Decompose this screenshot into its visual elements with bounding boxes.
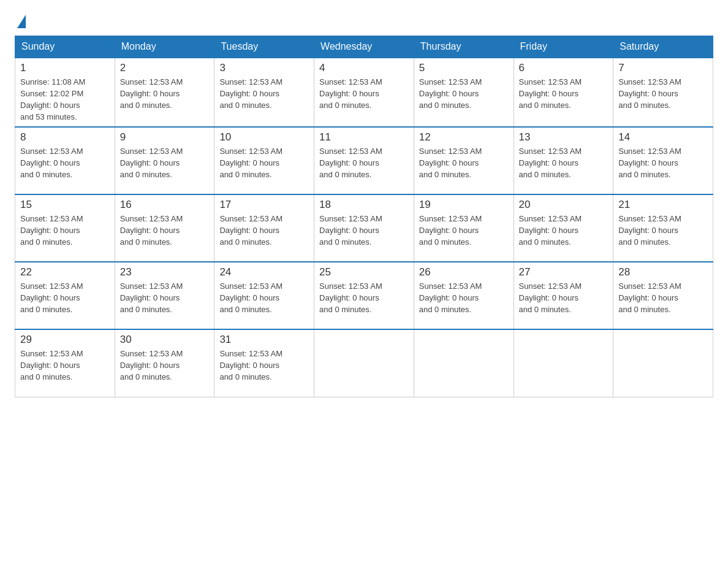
calendar-cell — [613, 329, 713, 397]
day-info: Sunset: 12:53 AMDaylight: 0 hoursand 0 m… — [219, 77, 309, 112]
calendar-cell: 13Sunset: 12:53 AMDaylight: 0 hoursand 0… — [514, 127, 613, 194]
calendar-cell: 10Sunset: 12:53 AMDaylight: 0 hoursand 0… — [214, 127, 314, 194]
day-number: 14 — [618, 131, 708, 144]
day-number: 18 — [319, 199, 409, 211]
day-number: 25 — [319, 266, 409, 278]
header-wednesday: Wednesday — [314, 36, 414, 58]
calendar-cell: 4Sunset: 12:53 AMDaylight: 0 hoursand 0 … — [314, 58, 414, 127]
day-number: 31 — [219, 334, 309, 346]
page-header — [15, 15, 713, 29]
day-number: 8 — [20, 131, 110, 144]
calendar-cell: 18Sunset: 12:53 AMDaylight: 0 hoursand 0… — [314, 194, 414, 262]
calendar-row-1: 1Sunrise: 11:08 AMSunset: 12:02 PMDaylig… — [15, 58, 713, 127]
calendar-cell: 3Sunset: 12:53 AMDaylight: 0 hoursand 0 … — [214, 58, 314, 127]
calendar-cell: 8Sunset: 12:53 AMDaylight: 0 hoursand 0 … — [15, 127, 115, 194]
day-info: Sunset: 12:53 AMDaylight: 0 hoursand 0 m… — [419, 213, 509, 248]
header-saturday: Saturday — [613, 36, 713, 58]
day-info: Sunset: 12:53 AMDaylight: 0 hoursand 0 m… — [419, 281, 509, 316]
calendar-cell: 29Sunset: 12:53 AMDaylight: 0 hoursand 0… — [15, 329, 115, 397]
day-info: Sunset: 12:53 AMDaylight: 0 hoursand 0 m… — [219, 146, 309, 181]
day-number: 28 — [618, 266, 708, 278]
calendar-cell: 27Sunset: 12:53 AMDaylight: 0 hoursand 0… — [514, 262, 613, 329]
header-row: Sunday Monday Tuesday Wednesday Thursday… — [15, 36, 713, 58]
day-number: 6 — [519, 62, 609, 74]
day-info: Sunset: 12:53 AMDaylight: 0 hoursand 0 m… — [120, 77, 210, 112]
calendar-cell: 23Sunset: 12:53 AMDaylight: 0 hoursand 0… — [115, 262, 214, 329]
day-number: 11 — [319, 131, 409, 144]
calendar-cell: 15Sunset: 12:53 AMDaylight: 0 hoursand 0… — [15, 194, 115, 262]
day-number: 5 — [419, 62, 509, 74]
day-info: Sunset: 12:53 AMDaylight: 0 hoursand 0 m… — [20, 348, 110, 383]
logo-triangle-icon — [17, 15, 26, 28]
day-number: 1 — [20, 62, 110, 74]
calendar-cell — [414, 329, 514, 397]
day-number: 24 — [219, 266, 309, 278]
calendar-row-4: 22Sunset: 12:53 AMDaylight: 0 hoursand 0… — [15, 262, 713, 329]
calendar-cell: 14Sunset: 12:53 AMDaylight: 0 hoursand 0… — [613, 127, 713, 194]
calendar-cell: 7Sunset: 12:53 AMDaylight: 0 hoursand 0 … — [613, 58, 713, 127]
calendar-cell: 9Sunset: 12:53 AMDaylight: 0 hoursand 0 … — [115, 127, 214, 194]
day-info: Sunset: 12:53 AMDaylight: 0 hoursand 0 m… — [618, 77, 708, 112]
day-number: 19 — [419, 199, 509, 211]
day-number: 16 — [120, 199, 210, 211]
calendar-row-5: 29Sunset: 12:53 AMDaylight: 0 hoursand 0… — [15, 329, 713, 397]
calendar-cell: 26Sunset: 12:53 AMDaylight: 0 hoursand 0… — [414, 262, 514, 329]
day-info: Sunset: 12:53 AMDaylight: 0 hoursand 0 m… — [319, 281, 409, 316]
calendar-cell: 16Sunset: 12:53 AMDaylight: 0 hoursand 0… — [115, 194, 214, 262]
day-number: 4 — [319, 62, 409, 74]
day-info: Sunset: 12:53 AMDaylight: 0 hoursand 0 m… — [519, 77, 609, 112]
day-number: 23 — [120, 266, 210, 278]
calendar-cell: 17Sunset: 12:53 AMDaylight: 0 hoursand 0… — [214, 194, 314, 262]
day-number: 30 — [120, 334, 210, 346]
calendar-cell: 28Sunset: 12:53 AMDaylight: 0 hoursand 0… — [613, 262, 713, 329]
day-info: Sunset: 12:53 AMDaylight: 0 hoursand 0 m… — [319, 77, 409, 112]
calendar-cell: 12Sunset: 12:53 AMDaylight: 0 hoursand 0… — [414, 127, 514, 194]
day-info: Sunrise: 11:08 AMSunset: 12:02 PMDayligh… — [20, 77, 110, 123]
day-info: Sunset: 12:53 AMDaylight: 0 hoursand 0 m… — [319, 146, 409, 181]
header-monday: Monday — [115, 36, 214, 58]
calendar-cell: 31Sunset: 12:53 AMDaylight: 0 hoursand 0… — [214, 329, 314, 397]
day-info: Sunset: 12:53 AMDaylight: 0 hoursand 0 m… — [618, 281, 708, 316]
calendar-table: Sunday Monday Tuesday Wednesday Thursday… — [15, 36, 713, 397]
day-info: Sunset: 12:53 AMDaylight: 0 hoursand 0 m… — [618, 213, 708, 248]
calendar-cell: 25Sunset: 12:53 AMDaylight: 0 hoursand 0… — [314, 262, 414, 329]
day-info: Sunset: 12:53 AMDaylight: 0 hoursand 0 m… — [120, 348, 210, 383]
day-info: Sunset: 12:53 AMDaylight: 0 hoursand 0 m… — [219, 281, 309, 316]
day-info: Sunset: 12:53 AMDaylight: 0 hoursand 0 m… — [419, 77, 509, 112]
day-number: 9 — [120, 131, 210, 144]
day-number: 29 — [20, 334, 110, 346]
calendar-cell: 21Sunset: 12:53 AMDaylight: 0 hoursand 0… — [613, 194, 713, 262]
calendar-cell: 20Sunset: 12:53 AMDaylight: 0 hoursand 0… — [514, 194, 613, 262]
calendar-cell: 6Sunset: 12:53 AMDaylight: 0 hoursand 0 … — [514, 58, 613, 127]
day-number: 26 — [419, 266, 509, 278]
day-info: Sunset: 12:53 AMDaylight: 0 hoursand 0 m… — [20, 213, 110, 248]
day-number: 20 — [519, 199, 609, 211]
day-number: 15 — [20, 199, 110, 211]
day-number: 27 — [519, 266, 609, 278]
day-number: 21 — [618, 199, 708, 211]
calendar-cell: 2Sunset: 12:53 AMDaylight: 0 hoursand 0 … — [115, 58, 214, 127]
day-number: 12 — [419, 131, 509, 144]
calendar-cell: 30Sunset: 12:53 AMDaylight: 0 hoursand 0… — [115, 329, 214, 397]
calendar-cell: 22Sunset: 12:53 AMDaylight: 0 hoursand 0… — [15, 262, 115, 329]
day-info: Sunset: 12:53 AMDaylight: 0 hoursand 0 m… — [120, 281, 210, 316]
calendar-row-2: 8Sunset: 12:53 AMDaylight: 0 hoursand 0 … — [15, 127, 713, 194]
calendar-row-3: 15Sunset: 12:53 AMDaylight: 0 hoursand 0… — [15, 194, 713, 262]
calendar-cell — [514, 329, 613, 397]
header-friday: Friday — [514, 36, 613, 58]
day-info: Sunset: 12:53 AMDaylight: 0 hoursand 0 m… — [519, 281, 609, 316]
header-sunday: Sunday — [15, 36, 115, 58]
day-info: Sunset: 12:53 AMDaylight: 0 hoursand 0 m… — [20, 146, 110, 181]
day-info: Sunset: 12:53 AMDaylight: 0 hoursand 0 m… — [319, 213, 409, 248]
day-number: 10 — [219, 131, 309, 144]
header-thursday: Thursday — [414, 36, 514, 58]
day-info: Sunset: 12:53 AMDaylight: 0 hoursand 0 m… — [419, 146, 509, 181]
day-info: Sunset: 12:53 AMDaylight: 0 hoursand 0 m… — [120, 213, 210, 248]
calendar-cell: 11Sunset: 12:53 AMDaylight: 0 hoursand 0… — [314, 127, 414, 194]
day-info: Sunset: 12:53 AMDaylight: 0 hoursand 0 m… — [519, 146, 609, 181]
day-info: Sunset: 12:53 AMDaylight: 0 hoursand 0 m… — [20, 281, 110, 316]
day-number: 22 — [20, 266, 110, 278]
day-number: 17 — [219, 199, 309, 211]
day-number: 13 — [519, 131, 609, 144]
calendar-cell: 5Sunset: 12:53 AMDaylight: 0 hoursand 0 … — [414, 58, 514, 127]
